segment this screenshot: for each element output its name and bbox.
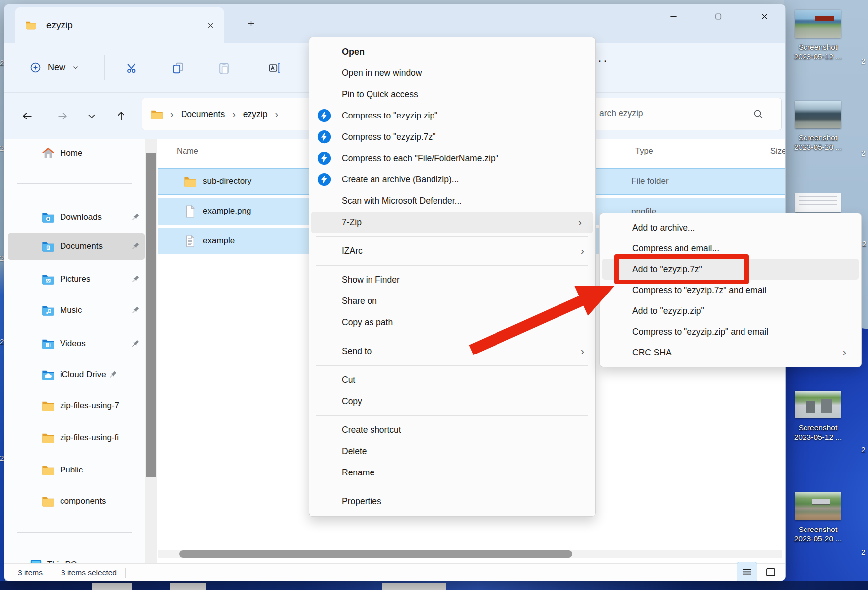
plus-icon — [247, 19, 256, 28]
desktop-icon-label-date: 2023-05-12 ... — [783, 432, 853, 442]
sidebar-item-icloud-drive[interactable]: iCloud Drive — [8, 361, 145, 388]
desktop-icon-screenshot-2[interactable]: Screenshot2023-05-20 ... — [783, 101, 853, 152]
forward-button[interactable] — [52, 106, 73, 126]
minimize-icon — [668, 11, 679, 22]
column-divider[interactable] — [763, 144, 763, 161]
search-input[interactable]: arch ezyzip — [568, 98, 782, 130]
new-tab-button[interactable] — [243, 15, 259, 31]
pin-icon — [130, 338, 141, 349]
copy-button[interactable] — [166, 57, 189, 79]
menu-item-izarc[interactable]: IZArc › — [309, 240, 595, 262]
menu-item-create-shortcut[interactable]: Create shortcut — [309, 419, 595, 441]
image-file-icon — [183, 204, 197, 219]
sidebar-item-pictures[interactable]: Pictures — [8, 266, 145, 293]
menu-item-properties[interactable]: Properties — [309, 491, 595, 512]
pin-icon — [130, 305, 141, 316]
breadcrumb-separator: › — [275, 109, 278, 120]
bandizip-icon — [317, 151, 332, 166]
back-button[interactable] — [17, 106, 38, 126]
menu-item-delete[interactable]: Delete — [309, 441, 595, 462]
sidebar-scrollbar-thumb[interactable] — [146, 153, 156, 477]
sidebar-item-home[interactable]: Home — [8, 140, 145, 167]
horizontal-scrollbar-thumb[interactable] — [179, 550, 572, 558]
tab-close-icon[interactable] — [203, 18, 218, 33]
sidebar-item-zip-files-using-fi[interactable]: zip-files-using-fi — [8, 424, 145, 451]
details-pane-button[interactable] — [760, 562, 781, 581]
folder-icon — [41, 463, 55, 477]
menu-item-compress-to-ezyzip-7z[interactable]: Compress to "ezyzip.7z" — [309, 126, 595, 148]
sidebar-item-music[interactable]: Music — [8, 297, 145, 324]
rename-button[interactable] — [263, 57, 286, 79]
breadcrumb-item-documents[interactable]: Documents — [180, 107, 226, 121]
menu-item-create-archive-bandizip[interactable]: Create an archive (Bandizip)... — [309, 169, 595, 190]
column-header-type[interactable]: Type — [635, 146, 653, 156]
up-button[interactable] — [111, 106, 131, 126]
text-file-icon — [183, 234, 197, 248]
new-button-label: New — [48, 62, 65, 73]
sidebar-item-components[interactable]: components — [8, 488, 145, 515]
sidebar-item-documents[interactable]: Documents — [8, 233, 145, 260]
column-header-name[interactable]: Name — [177, 146, 198, 156]
list-view-button[interactable] — [737, 562, 757, 581]
sidebar-item-label: components — [60, 496, 106, 506]
column-divider[interactable] — [629, 144, 629, 161]
sidebar-item-label: Downloads — [60, 212, 102, 222]
close-icon — [759, 11, 770, 22]
sidebar-item-label: zip-files-using-fi — [60, 433, 119, 443]
sidebar-item-videos[interactable]: Videos — [8, 330, 145, 357]
sidebar-item-label: Pictures — [60, 274, 90, 284]
submenu-chevron-icon: › — [581, 345, 584, 357]
menu-item-copy-as-path[interactable]: Copy as path — [309, 312, 595, 333]
tab-ezyzip[interactable]: ezyzip — [15, 7, 224, 43]
sidebar-item-label: Videos — [60, 339, 86, 349]
cloud-folder-icon — [41, 368, 55, 382]
menu-item-show-in-finder[interactable]: Show in Finder — [309, 269, 595, 291]
submenu-item-add-to-ezyzip-zip[interactable]: Add to "ezyzip.zip" — [600, 300, 861, 321]
menu-item-open-in-new-window[interactable]: Open in new window — [309, 62, 595, 84]
file-name: example — [203, 236, 235, 246]
background-window-fragment — [382, 583, 446, 590]
desktop-icon-screenshot-4[interactable]: Screenshot2023-05-20 ... — [783, 492, 853, 543]
menu-item-scan-with-defender[interactable]: Scan with Microsoft Defender... — [309, 190, 595, 212]
breadcrumb-item-ezyzip[interactable]: ezyzip — [242, 107, 269, 121]
context-menu: Open Open in new window Pin to Quick acc… — [309, 37, 596, 517]
status-divider — [125, 568, 126, 578]
menu-item-copy[interactable]: Copy — [309, 391, 595, 412]
menu-item-compress-to-ezyzip-zip[interactable]: Compress to "ezyzip.zip" — [309, 105, 595, 126]
clipped-desktop-label: 2 — [861, 548, 868, 556]
menu-item-open[interactable]: Open — [309, 41, 595, 62]
cut-button[interactable] — [121, 57, 143, 79]
sidebar-item-public[interactable]: Public — [8, 457, 145, 483]
menu-item-send-to[interactable]: Send to › — [309, 341, 595, 362]
new-button[interactable]: New — [22, 56, 87, 79]
menu-item-share-on[interactable]: Share on — [309, 291, 595, 312]
menu-separator — [316, 265, 588, 266]
maximize-icon — [713, 11, 724, 22]
menu-item-cut[interactable]: Cut — [309, 369, 595, 391]
recent-locations-button[interactable] — [81, 106, 102, 126]
column-header-size[interactable]: Size — [770, 146, 786, 156]
submenu-item-compress-to-ezyzip-zip-and-email[interactable]: Compress to "ezyzip.zip" and email — [600, 321, 861, 342]
submenu-item-crc-sha[interactable]: CRC SHA › — [600, 342, 861, 363]
bandizip-icon — [317, 129, 332, 144]
sidebar-item-zip-files-using-7[interactable]: zip-files-using-7 — [8, 392, 145, 419]
menu-item-rename[interactable]: Rename — [309, 462, 595, 483]
desktop-icon-screenshot-1[interactable]: Screenshot2023-05-12 ... — [783, 10, 853, 61]
music-folder-icon — [41, 303, 55, 317]
sidebar-item-this-pc[interactable]: › This PC — [4, 550, 145, 563]
minimize-button[interactable] — [658, 6, 688, 26]
desktop-screen: Screenshot2023-05-12 ... Screenshot2023-… — [0, 0, 868, 590]
back-arrow-icon — [21, 110, 33, 122]
menu-item-7-zip[interactable]: 7-Zip › — [311, 212, 593, 233]
paste-button[interactable] — [212, 57, 235, 79]
maximize-button[interactable] — [703, 6, 733, 26]
status-divider — [52, 568, 52, 578]
close-button[interactable] — [749, 6, 779, 26]
sidebar-item-label: iCloud Drive — [60, 370, 106, 380]
menu-item-pin-to-quick-access[interactable]: Pin to Quick access — [309, 84, 595, 105]
sidebar-item-downloads[interactable]: Downloads — [8, 204, 145, 231]
submenu-item-add-to-archive[interactable]: Add to archive... — [600, 217, 861, 238]
menu-item-compress-to-each[interactable]: Compress to each "File/FolderName.zip" — [309, 148, 595, 169]
sidebar-item-label: Music — [60, 305, 82, 315]
desktop-icon-screenshot-3[interactable]: Screenshot2023-05-12 ... — [783, 391, 853, 442]
